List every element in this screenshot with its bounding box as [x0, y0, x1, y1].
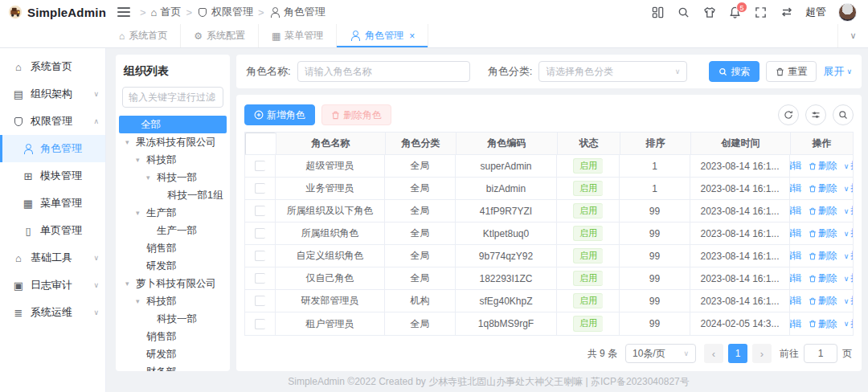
- row-checkbox[interactable]: [255, 273, 265, 284]
- edit-link[interactable]: 编辑: [790, 227, 802, 240]
- app-logo[interactable]: SimpleAdmin: [0, 3, 106, 21]
- tree-node[interactable]: ▾ 果冻科技有限公司: [122, 133, 223, 151]
- sidebar-item[interactable]: ▦ 菜单管理: [0, 190, 105, 217]
- chevron-down-icon: ∨: [844, 320, 850, 328]
- tree-expand-caret-icon[interactable]: ▾: [136, 297, 146, 305]
- tab-item[interactable]: ⚙ 系统配置: [181, 24, 259, 47]
- breadcrumb-item[interactable]: > 权限管理: [186, 5, 253, 19]
- tabs-dropdown-chevron-icon[interactable]: ∨: [837, 24, 868, 47]
- refresh-button[interactable]: [778, 104, 799, 125]
- tree-node[interactable]: ▾ 科技部: [122, 292, 223, 310]
- collapse-menu-icon[interactable]: [117, 7, 130, 17]
- tree-node[interactable]: ▾ 研发部: [122, 257, 223, 275]
- select-all-checkbox[interactable]: [245, 133, 276, 155]
- row-checkbox[interactable]: [255, 161, 265, 171]
- sidebar-item[interactable]: ≣ 系统运维 ∨: [0, 299, 105, 326]
- tree-node[interactable]: ▾ 生产一部: [122, 222, 223, 239]
- add-role-button[interactable]: 新增角色: [244, 104, 315, 125]
- edit-link[interactable]: 编辑: [790, 204, 802, 218]
- prev-page-button[interactable]: ‹: [704, 344, 723, 363]
- edit-link[interactable]: 编辑: [790, 159, 802, 173]
- sidebar-item[interactable]: ▤ 组织架构 ∨: [0, 80, 105, 108]
- tree-expand-caret-icon[interactable]: ▾: [146, 174, 157, 182]
- page-size-select[interactable]: 10条/页 ∨: [625, 344, 696, 363]
- tree-expand-caret-icon[interactable]: ▾: [125, 280, 136, 288]
- role-category-select[interactable]: 请选择角色分类 ∨: [538, 61, 687, 82]
- org-filter-input[interactable]: [122, 87, 223, 108]
- delete-link[interactable]: 删除: [809, 182, 837, 195]
- next-page-button[interactable]: ›: [752, 344, 772, 363]
- delete-link[interactable]: 删除: [809, 294, 837, 308]
- expand-filters-link[interactable]: 展开∨: [823, 64, 852, 79]
- row-checkbox[interactable]: [255, 206, 265, 216]
- tree-expand-caret-icon[interactable]: ▾: [136, 209, 146, 217]
- row-checkbox[interactable]: [255, 251, 265, 261]
- search-button[interactable]: 搜索: [709, 61, 760, 82]
- row-checkbox[interactable]: [255, 296, 265, 306]
- breadcrumb-item[interactable]: > ⌂ 首页: [140, 5, 181, 19]
- notifications-bell-icon[interactable]: 5: [728, 6, 742, 19]
- delete-link[interactable]: 删除: [809, 249, 837, 263]
- tree-node[interactable]: ▾ 销售部: [122, 239, 223, 257]
- tree-node[interactable]: ▾ 科技一部: [122, 169, 223, 186]
- authorize-link[interactable]: ∨ 授权: [844, 294, 853, 308]
- authorize-link[interactable]: ∨ 授权: [844, 182, 853, 195]
- column-settings-button[interactable]: [805, 104, 826, 125]
- tree-node[interactable]: ▾ 生产部: [122, 204, 223, 222]
- row-checkbox[interactable]: [255, 319, 265, 329]
- tree-node[interactable]: ▾ 科技部: [122, 151, 223, 169]
- delete-link[interactable]: 删除: [809, 204, 837, 218]
- sidebar-item[interactable]: 权限管理 ∧: [0, 108, 105, 135]
- sidebar-item[interactable]: ⌂ 基础工具 ∨: [0, 244, 105, 272]
- authorize-link[interactable]: ∨ 授权: [844, 204, 853, 218]
- authorize-link[interactable]: ∨ 授权: [844, 249, 853, 263]
- sidebar-item[interactable]: ⊞ 模块管理: [0, 162, 105, 190]
- role-name-input[interactable]: [297, 61, 470, 82]
- tree-node[interactable]: ▾ 销售部: [122, 328, 223, 345]
- table-search-button[interactable]: [833, 104, 854, 125]
- edit-link[interactable]: 编辑: [790, 272, 802, 285]
- current-username[interactable]: 超管: [805, 5, 826, 19]
- current-page-button[interactable]: 1: [728, 344, 747, 363]
- tab-item[interactable]: ⌂ 系统首页: [106, 24, 181, 47]
- edit-link[interactable]: 编辑: [790, 317, 802, 331]
- sidebar-item[interactable]: ▯ 单页管理: [0, 217, 105, 244]
- authorize-link[interactable]: ∨ 授权: [844, 272, 853, 285]
- search-icon[interactable]: [677, 6, 690, 19]
- delete-link[interactable]: 删除: [809, 227, 837, 240]
- tree-node[interactable]: ▾ 科技一部: [122, 310, 223, 328]
- tree-node[interactable]: ▾ 萝卜科技有限公司: [122, 275, 223, 292]
- delete-link[interactable]: 删除: [809, 159, 837, 173]
- layout-grid-icon[interactable]: [651, 6, 665, 19]
- authorize-link[interactable]: ∨ 授权: [844, 227, 853, 240]
- delete-role-button[interactable]: 删除角色: [321, 104, 391, 125]
- row-checkbox[interactable]: [255, 183, 265, 194]
- user-avatar[interactable]: [838, 3, 857, 22]
- sidebar-item[interactable]: ⌂ 系统首页: [0, 53, 105, 80]
- sidebar-item[interactable]: ▣ 日志审计 ∨: [0, 272, 105, 299]
- tab-item[interactable]: ▦ 菜单管理: [259, 24, 337, 47]
- switch-arrows-icon[interactable]: [780, 6, 793, 19]
- tab-close-icon[interactable]: ×: [409, 31, 415, 42]
- authorize-link[interactable]: ∨ 授权: [844, 317, 853, 331]
- sidebar-item[interactable]: 角色管理: [0, 135, 105, 162]
- row-checkbox[interactable]: [255, 228, 265, 239]
- tab-item[interactable]: 角色管理 ×: [337, 24, 428, 47]
- edit-link[interactable]: 编辑: [790, 294, 802, 308]
- theme-tshirt-icon[interactable]: [702, 6, 716, 19]
- edit-link[interactable]: 编辑: [790, 182, 802, 195]
- tree-node[interactable]: ▾ 研发部: [122, 345, 223, 363]
- authorize-link[interactable]: ∨ 授权: [844, 159, 853, 173]
- breadcrumb-item[interactable]: > 角色管理: [258, 5, 326, 19]
- delete-link[interactable]: 删除: [809, 272, 837, 285]
- tree-expand-caret-icon[interactable]: ▾: [125, 138, 136, 146]
- tree-node[interactable]: ▾ 科技一部1组: [122, 186, 223, 204]
- reset-button[interactable]: 重置: [766, 61, 817, 82]
- tree-node[interactable]: ▾ 财务部: [122, 363, 223, 371]
- tree-expand-caret-icon[interactable]: ▾: [136, 156, 146, 164]
- delete-link[interactable]: 删除: [809, 317, 837, 331]
- fullscreen-icon[interactable]: [754, 6, 768, 19]
- edit-link[interactable]: 编辑: [790, 249, 802, 263]
- tree-node[interactable]: ▾ 全部: [119, 116, 227, 133]
- goto-page-input[interactable]: [804, 344, 837, 363]
